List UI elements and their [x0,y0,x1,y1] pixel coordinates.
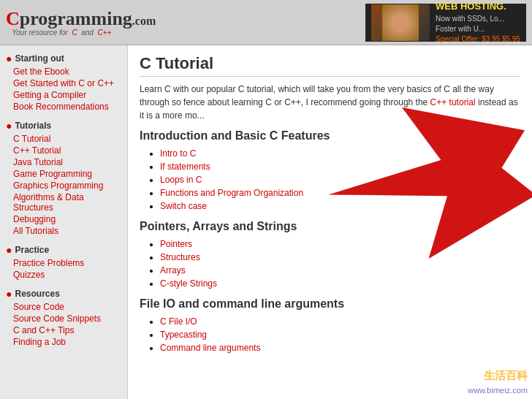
sidebar-heading-tutorials: Tutorials [15,121,51,131]
list-item: Loops in C [160,173,520,186]
sidebar-item-debugging[interactable]: Debugging [0,213,127,225]
list-item: Typecasting [160,328,520,341]
sidebar-item-all-tutorials[interactable]: All Tutorials [0,225,127,237]
logo-tagline: Your resource for C and C++ [6,28,156,37]
list-item: Functions and Program Organization [160,186,520,200]
intro-list: Intro to C If statements Loops in C Func… [140,147,520,213]
sidebar: ● Starting out Get the Ebook Get Started… [0,45,128,399]
sidebar-item-source-code[interactable]: Source Code [0,301,127,313]
link-command-line[interactable]: Command line arguments [160,343,260,353]
sidebar-heading-practice: Practice [15,245,49,255]
bullet-icon: ● [6,53,12,64]
sidebar-section-practice: ● Practice Practice Problems Quizzes [0,243,127,281]
ad-sub2: Foster with U... [436,24,520,34]
link-loops-in-c[interactable]: Loops in C [160,175,202,185]
sidebar-heading-starting-out: Starting out [15,53,64,64]
section-heading-fileio: File IO and command line arguments [140,297,520,311]
bullet-icon: ● [6,120,12,132]
sidebar-item-book-recommendations[interactable]: Book Recommendations [0,101,127,113]
sidebar-item-getting-compiler[interactable]: Getting a Compiler [0,89,127,101]
sidebar-section-starting-out: ● Starting out Get the Ebook Get Started… [0,51,127,113]
logo-programming: programming [20,8,132,29]
logo-c2: C [72,28,77,37]
fileio-list: C File I/O Typecasting Command line argu… [140,315,520,354]
sidebar-header-tutorials: ● Tutorials [0,118,127,133]
section-heading-pointers: Pointers, Arrays and Strings [140,220,520,233]
cpp-tutorial-link[interactable]: C++ tutorial [430,97,476,107]
logo-cpp: C++ [97,28,111,37]
link-structures[interactable]: Structures [160,252,200,262]
watermark-url: www.bimeiz.com [468,386,528,395]
pointers-list: Pointers Structures Arrays C-style Strin… [140,238,520,290]
sidebar-header-practice: ● Practice [0,243,127,257]
logo-c: C [6,8,20,29]
list-item: Switch case [160,200,520,213]
list-item: Arrays [160,264,520,277]
ad-title: WEB HOSTING. [436,0,520,13]
page-title: C Tutorial [140,54,520,77]
sidebar-item-c-tutorial[interactable]: C Tutorial [0,133,127,145]
intro-text: Learn C with our popular C tutorial, whi… [140,83,520,122]
link-functions[interactable]: Functions and Program Organization [160,188,303,198]
sidebar-item-graphics-programming[interactable]: Graphics Programming [0,180,127,191]
ad-person-image [382,4,419,41]
main-layout: ● Starting out Get the Ebook Get Started… [0,45,532,399]
list-item: C File I/O [160,315,520,328]
header: Cprogramming.com Your resource for C and… [0,0,532,45]
link-pointers[interactable]: Pointers [160,239,192,249]
sidebar-item-quizzes[interactable]: Quizzes [0,269,127,281]
watermark-text: 生活百科 [484,369,528,381]
sidebar-section-tutorials: ● Tutorials C Tutorial C++ Tutorial Java… [0,118,127,237]
list-item: Intro to C [160,147,520,160]
logo-dot: .com [132,15,156,27]
logo-area: Cprogramming.com Your resource for C and… [6,8,156,37]
ad-offer: Special Offer: $3.95 $5.95 [436,34,520,45]
ad-banner[interactable]: WEB HOSTING. Now with SSDs, Lo... Foster… [365,4,526,42]
section-heading-intro: Introduction and Basic C Features [140,129,520,142]
ad-text: WEB HOSTING. Now with SSDs, Lo... Foster… [436,0,520,44]
sidebar-section-resources: ● Resources Source Code Source Code Snip… [0,286,127,348]
bullet-icon: ● [6,288,12,300]
list-item: Command line arguments [160,341,520,354]
sidebar-header-resources: ● Resources [0,286,127,301]
list-item: C-style Strings [160,277,520,290]
link-arrays[interactable]: Arrays [160,265,186,276]
list-item: Pointers [160,238,520,251]
content-area: C Tutorial Learn C with our popular C tu… [128,45,532,399]
sidebar-header-starting-out: ● Starting out [0,51,127,66]
sidebar-item-practice-problems[interactable]: Practice Problems [0,257,127,269]
sidebar-item-get-started[interactable]: Get Started with C or C++ [0,77,127,89]
link-if-statements[interactable]: If statements [160,162,210,172]
link-typecasting[interactable]: Typecasting [160,330,207,340]
sidebar-item-get-ebook[interactable]: Get the Ebook [0,66,127,77]
sidebar-heading-resources: Resources [15,289,59,299]
sidebar-item-algorithms[interactable]: Algorithms & Data Structures [0,191,127,213]
sidebar-item-c-cpp-tips[interactable]: C and C++ Tips [0,324,127,336]
list-item: If statements [160,160,520,173]
sidebar-item-source-code-snippets[interactable]: Source Code Snippets [0,313,127,324]
logo[interactable]: Cprogramming.com [6,8,156,30]
ad-image [371,4,430,41]
link-c-file-io[interactable]: C File I/O [160,316,197,327]
link-intro-to-c[interactable]: Intro to C [160,148,196,159]
sidebar-item-game-programming[interactable]: Game Programming [0,168,127,180]
bullet-icon: ● [6,244,12,256]
list-item: Structures [160,251,520,264]
ad-sub1: Now with SSDs, Lo... [436,14,520,24]
watermark-chinese: 生活百科 [484,369,528,383]
sidebar-item-java-tutorial[interactable]: Java Tutorial [0,156,127,168]
sidebar-item-cpp-tutorial[interactable]: C++ Tutorial [0,145,127,156]
sidebar-item-finding-job[interactable]: Finding a Job [0,336,127,348]
link-switch-case[interactable]: Switch case [160,201,207,211]
link-c-style-strings[interactable]: C-style Strings [160,278,217,289]
